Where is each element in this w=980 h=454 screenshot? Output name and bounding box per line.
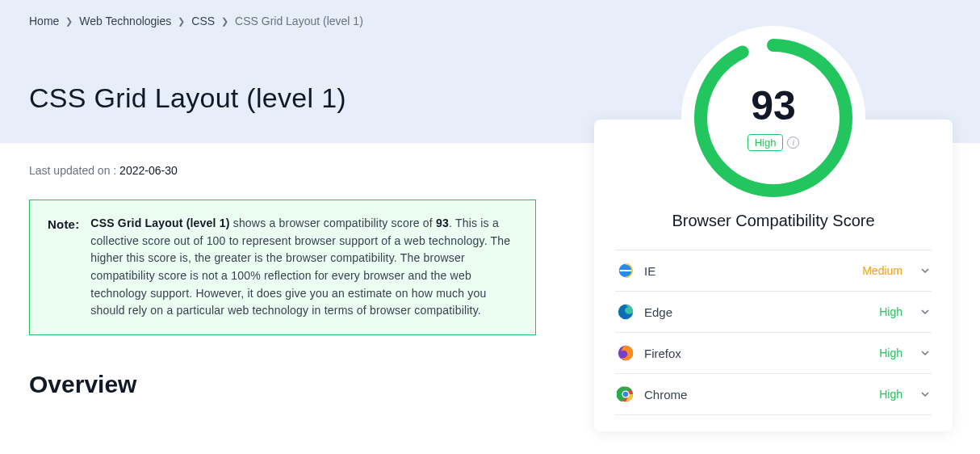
last-updated-date: 2022-06-30 xyxy=(119,164,178,177)
card-title: Browser Compatibility Score xyxy=(615,212,932,230)
svg-point-7 xyxy=(623,392,628,397)
browser-list: IE Medium Edge High Firefox High Chrome xyxy=(615,250,932,415)
chrome-icon xyxy=(617,385,634,403)
browser-name: Edge xyxy=(644,305,869,319)
browser-level: High xyxy=(879,388,903,401)
overview-heading: Overview xyxy=(29,371,536,398)
browser-row-edge[interactable]: Edge High xyxy=(615,291,932,332)
browser-level: High xyxy=(879,347,903,359)
chevron-down-icon xyxy=(920,389,930,399)
browser-name: Chrome xyxy=(644,388,869,401)
gauge-score-value: 93 xyxy=(748,86,800,126)
ie-icon xyxy=(617,262,634,280)
note-box: Note: CSS Grid Layout (level 1) shows a … xyxy=(29,200,536,335)
breadcrumb-item-css[interactable]: CSS xyxy=(191,15,215,27)
last-updated: Last updated on : 2022-06-30 xyxy=(29,164,536,177)
browser-level: High xyxy=(879,305,903,318)
chevron-down-icon xyxy=(920,266,930,275)
chevron-down-icon xyxy=(920,348,930,358)
note-body: CSS Grid Layout (level 1) shows a browse… xyxy=(90,215,517,320)
gauge-level-badge: High xyxy=(748,134,784,151)
breadcrumb-item-web-technologies[interactable]: Web Technologies xyxy=(79,15,171,27)
browser-row-firefox[interactable]: Firefox High xyxy=(615,332,932,373)
browser-name: Firefox xyxy=(644,347,869,360)
browser-row-chrome[interactable]: Chrome High xyxy=(615,373,932,415)
breadcrumb: Home ❯ Web Technologies ❯ CSS ❯ CSS Grid… xyxy=(29,15,951,27)
browser-name: IE xyxy=(644,264,852,278)
breadcrumb-item-home[interactable]: Home xyxy=(29,15,59,27)
chevron-right-icon: ❯ xyxy=(221,16,228,27)
compatibility-card: 93 High i Browser Compatibility Score IE… xyxy=(594,120,953,431)
chevron-down-icon xyxy=(920,307,930,317)
score-gauge: 93 High i xyxy=(689,34,857,202)
chevron-right-icon: ❯ xyxy=(65,16,73,27)
breadcrumb-current: CSS Grid Layout (level 1) xyxy=(235,15,363,27)
note-label: Note: xyxy=(48,215,79,320)
last-updated-label: Last updated on : xyxy=(29,164,119,177)
firefox-icon xyxy=(617,344,634,362)
browser-row-ie[interactable]: IE Medium xyxy=(615,250,932,291)
info-icon[interactable]: i xyxy=(787,137,799,149)
note-tech-name: CSS Grid Layout (level 1) xyxy=(90,216,229,229)
chevron-right-icon: ❯ xyxy=(178,16,185,27)
edge-icon xyxy=(617,303,634,321)
note-score: 93 xyxy=(436,216,449,229)
browser-level: Medium xyxy=(862,264,903,277)
